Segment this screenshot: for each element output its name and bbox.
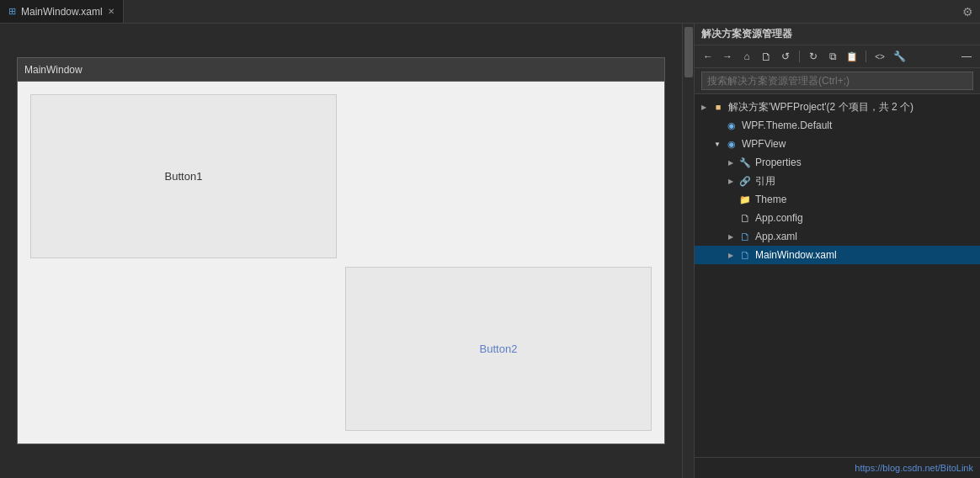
se-toolbar: ← → ⌂ 🗋 ↺ ↻ ⧉ 📋 <> 🔧 — [695, 45, 980, 68]
toolbar-separator-2 [865, 50, 866, 62]
expand-solution-icon: ▶ [698, 101, 710, 113]
expand-properties-icon: ▶ [725, 157, 737, 168]
vertical-scrollbar[interactable] [682, 24, 694, 478]
wpf-window: MainWindow Button1 Button2 [17, 57, 665, 444]
se-item-mainwindow-xaml[interactable]: ▶ 🗋 MainWindow.xaml [695, 246, 980, 264]
se-back-button[interactable]: ← [700, 48, 716, 65]
mainwindow-icon: 🗋 [738, 248, 752, 262]
se-item-wpfview-project[interactable]: ▼ ◉ WPFView [695, 135, 980, 153]
main-area: MainWindow Button1 Button2 解决方 [0, 24, 980, 478]
tab-file-icon: ⊞ [8, 6, 16, 17]
wpf-content: Button1 Button2 [18, 82, 664, 443]
se-new-file-button[interactable]: 🗋 [758, 48, 775, 65]
mainwindow-tab[interactable]: ⊞ MainWindow.xaml ✕ [0, 0, 124, 23]
designer-canvas: MainWindow Button1 Button2 [0, 24, 682, 478]
ref-icon: 🔗 [738, 174, 752, 188]
se-minimize-button[interactable]: — [958, 48, 975, 65]
theme-folder-icon: 📁 [738, 193, 752, 206]
wpf-titlebar: MainWindow [18, 58, 664, 82]
se-footer: https://blog.csdn.net/BitoLink [695, 457, 980, 478]
se-wrench-button[interactable]: 🔧 [891, 48, 908, 65]
theme-project-icon: ◉ [725, 119, 738, 132]
se-item-app-xaml[interactable]: ▶ 🗋 App.xaml [695, 227, 980, 246]
toolbar-separator-1 [799, 50, 800, 62]
appconfig-icon: 🗋 [738, 211, 752, 225]
se-search-input[interactable] [701, 72, 973, 90]
expand-theme-project-icon [711, 120, 723, 131]
expand-theme-folder-icon [725, 194, 737, 205]
expand-ref-icon: ▶ [725, 175, 737, 187]
expand-wpfview-icon: ▼ [711, 138, 723, 150]
se-header: 解决方案资源管理器 [695, 24, 980, 45]
expand-appxaml-icon: ▶ [725, 231, 737, 242]
wpf-empty-bottom-left [26, 263, 341, 435]
se-theme-project-label: WPF.Theme.Default [742, 120, 832, 131]
se-copy-button[interactable]: ⧉ [824, 48, 841, 65]
se-item-properties[interactable]: ▶ 🔧 Properties [695, 153, 980, 172]
se-paste-button[interactable]: 📋 [844, 48, 860, 65]
se-item-solution[interactable]: ▶ ■ 解决方案'WPFProject'(2 个项目，共 2 个) [695, 98, 980, 116]
se-search-container [695, 68, 980, 94]
se-item-app-config[interactable]: 🗋 App.config [695, 209, 980, 227]
se-forward-button[interactable]: → [719, 48, 736, 65]
se-code-button[interactable]: <> [871, 48, 888, 65]
se-item-theme-folder[interactable]: 📁 Theme [695, 190, 980, 209]
se-properties-label: Properties [755, 157, 802, 168]
se-home-button[interactable]: ⌂ [738, 48, 755, 65]
se-solution-label: 解决方案'WPFProject'(2 个项目，共 2 个) [728, 100, 913, 114]
expand-mainwindow-icon: ▶ [725, 249, 737, 261]
se-ref-label: 引用 [755, 174, 775, 189]
se-mainwindow-label: MainWindow.xaml [755, 249, 837, 261]
se-refresh-button[interactable]: ↻ [805, 48, 822, 65]
tab-label: MainWindow.xaml [21, 6, 103, 18]
expand-appconfig-icon [725, 212, 737, 224]
se-footer-link[interactable]: https://blog.csdn.net/BitoLink [855, 463, 973, 473]
solution-explorer: 解决方案资源管理器 ← → ⌂ 🗋 ↺ ↻ ⧉ 📋 <> 🔧 — [694, 24, 980, 478]
tab-close-icon[interactable]: ✕ [108, 7, 115, 16]
properties-icon: 🔧 [738, 156, 752, 169]
wpf-button1[interactable]: Button1 [30, 94, 337, 258]
se-wpfview-label: WPFView [742, 138, 786, 150]
wpfview-project-icon: ◉ [725, 137, 738, 151]
se-theme-folder-label: Theme [755, 194, 786, 205]
se-undo-button[interactable]: ↺ [777, 48, 794, 65]
se-item-theme-project[interactable]: ◉ WPF.Theme.Default [695, 116, 980, 135]
wpf-window-title: MainWindow [24, 64, 83, 76]
se-appxaml-label: App.xaml [755, 231, 797, 242]
wpf-button2[interactable]: Button2 [345, 267, 652, 431]
se-title: 解决方案资源管理器 [701, 27, 792, 41]
tab-bar: ⊞ MainWindow.xaml ✕ ⚙ [0, 0, 980, 24]
solution-icon: ■ [711, 100, 725, 114]
se-item-ref[interactable]: ▶ 🔗 引用 [695, 172, 980, 190]
appxaml-icon: 🗋 [738, 230, 752, 243]
tab-settings-button[interactable]: ⚙ [956, 5, 980, 19]
wpf-empty-top-right [341, 90, 656, 263]
se-tree: ▶ ■ 解决方案'WPFProject'(2 个项目，共 2 个) ◉ WPF.… [695, 94, 980, 457]
scrollbar-thumb[interactable] [684, 27, 693, 77]
editor-area: MainWindow Button1 Button2 [0, 24, 682, 478]
se-appconfig-label: App.config [755, 212, 803, 224]
